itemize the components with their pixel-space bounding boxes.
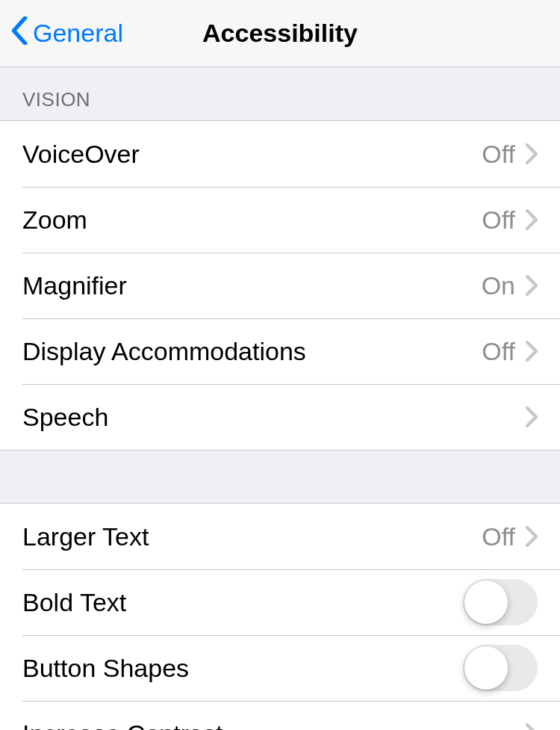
vision-list: VoiceOver Off Zoom Off Magnifier On Disp… [0, 120, 560, 451]
chevron-right-icon [526, 275, 538, 296]
row-value: Off [482, 140, 515, 169]
text-display-list: Larger Text Off Bold Text Button Shapes … [0, 503, 560, 730]
row-value: On [482, 271, 515, 300]
row-bold-text[interactable]: Bold Text [0, 569, 560, 635]
row-label: Bold Text [22, 588, 463, 617]
section-header-vision: VISION [0, 67, 560, 120]
row-value: Off [482, 205, 515, 235]
button-shapes-switch[interactable] [463, 645, 538, 691]
row-label: VoiceOver [22, 140, 482, 169]
row-label: Larger Text [22, 522, 482, 551]
row-label: Speech [22, 403, 526, 432]
chevron-right-icon [526, 341, 538, 362]
row-magnifier[interactable]: Magnifier On [0, 253, 560, 318]
back-chevron-icon [10, 16, 33, 51]
row-value: Off [482, 522, 515, 551]
row-label: Magnifier [22, 271, 482, 300]
row-label: Increase Contrast [22, 720, 526, 731]
row-display-accommodations[interactable]: Display Accommodations Off [0, 318, 560, 384]
row-speech[interactable]: Speech [0, 384, 560, 450]
switch-knob [464, 646, 508, 690]
chevron-right-icon [526, 526, 538, 547]
row-increase-contrast[interactable]: Increase Contrast [0, 701, 560, 730]
row-zoom[interactable]: Zoom Off [0, 187, 560, 253]
page-title: Accessibility [202, 19, 358, 48]
row-voiceover[interactable]: VoiceOver Off [0, 121, 560, 187]
chevron-right-icon [526, 209, 538, 230]
back-label: General [33, 19, 123, 48]
switch-knob [464, 581, 508, 624]
section-gap [0, 451, 560, 503]
row-label: Display Accommodations [22, 337, 482, 366]
row-label: Button Shapes [22, 654, 463, 683]
chevron-right-icon [526, 406, 538, 427]
chevron-right-icon [526, 723, 538, 730]
back-button[interactable]: General [10, 0, 123, 66]
row-larger-text[interactable]: Larger Text Off [0, 504, 560, 569]
chevron-right-icon [526, 143, 538, 164]
navigation-bar: General Accessibility [0, 0, 560, 67]
row-value: Off [482, 337, 515, 366]
row-button-shapes[interactable]: Button Shapes [0, 635, 560, 701]
row-label: Zoom [22, 205, 482, 235]
bold-text-switch[interactable] [463, 579, 538, 625]
